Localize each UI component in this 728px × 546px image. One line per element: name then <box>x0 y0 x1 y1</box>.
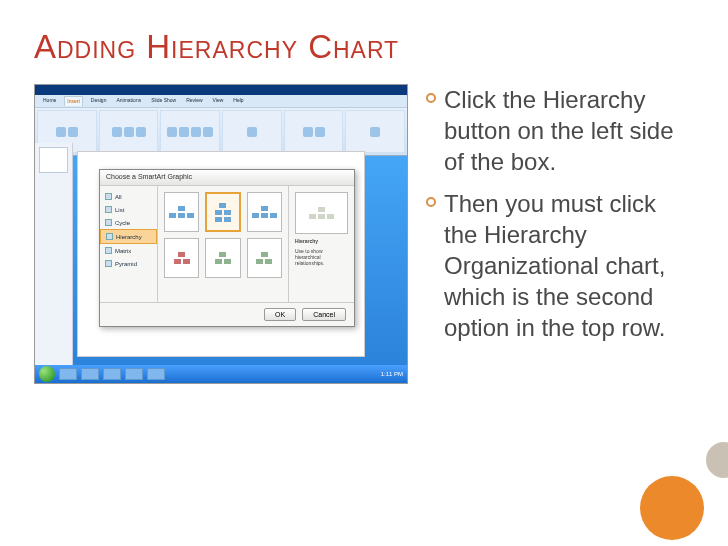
ok-button[interactable]: OK <box>264 308 296 321</box>
layout-option-3[interactable] <box>247 192 282 232</box>
bullet-item: Click the Hierarchy button on the left s… <box>426 84 694 178</box>
slide-thumbnail-pane[interactable] <box>35 143 73 365</box>
category-label: Pyramid <box>115 261 137 267</box>
ribbon-group[interactable] <box>284 110 344 153</box>
decorative-circle-small <box>706 442 728 478</box>
category-matrix[interactable]: Matrix <box>100 244 157 257</box>
embedded-screenshot: Home Insert Design Animations Slide Show… <box>34 84 408 384</box>
bullet-icon <box>426 197 436 207</box>
dialog-body: All List Cycle Hierarchy Matrix Pyramid <box>100 186 354 302</box>
ribbon-tab-view[interactable]: View <box>211 96 226 106</box>
bullet-item: Then you must click the Hierarchy Organi… <box>426 188 694 344</box>
category-all[interactable]: All <box>100 190 157 203</box>
preview-pane: Hierarchy Use to show hierarchical relat… <box>288 186 354 302</box>
ribbon-group[interactable] <box>222 110 282 153</box>
taskbar-item[interactable] <box>81 368 99 380</box>
taskbar-item[interactable] <box>59 368 77 380</box>
content-row: Home Insert Design Animations Slide Show… <box>34 84 694 384</box>
ribbon-tabs: Home Insert Design Animations Slide Show… <box>35 95 407 108</box>
category-hierarchy[interactable]: Hierarchy <box>100 229 157 244</box>
layout-option-6[interactable] <box>247 238 282 278</box>
ribbon-groups <box>35 108 407 156</box>
taskbar-item[interactable] <box>103 368 121 380</box>
layout-option-5[interactable] <box>205 238 240 278</box>
slide-title: Adding Hierarchy Chart <box>34 28 694 66</box>
category-label: Hierarchy <box>116 234 142 240</box>
dialog-title: Choose a SmartArt Graphic <box>100 170 354 186</box>
ribbon-tab-design[interactable]: Design <box>89 96 109 106</box>
category-list-item[interactable]: List <box>100 203 157 216</box>
ribbon-group[interactable] <box>345 110 405 153</box>
taskbar-item[interactable] <box>147 368 165 380</box>
preview-image <box>295 192 348 234</box>
layout-option-2-selected[interactable] <box>205 192 240 232</box>
dialog-footer: OK Cancel <box>100 302 354 326</box>
ribbon-tab-slideshow[interactable]: Slide Show <box>149 96 178 106</box>
taskbar: 1:11 PM <box>35 365 407 383</box>
bullet-text: Then you must click the Hierarchy Organi… <box>444 188 694 344</box>
slide: Adding Hierarchy Chart Home Insert Desig… <box>0 0 728 546</box>
preview-name: Hierarchy <box>295 238 348 244</box>
window-titlebar <box>35 85 407 95</box>
start-button[interactable] <box>39 366 55 382</box>
layout-grid <box>158 186 288 302</box>
ribbon-group[interactable] <box>160 110 220 153</box>
taskbar-item[interactable] <box>125 368 143 380</box>
smartart-dialog: Choose a SmartArt Graphic All List Cycle… <box>99 169 355 327</box>
slide-thumbnail[interactable] <box>39 147 68 173</box>
category-label: Cycle <box>115 220 130 226</box>
bullet-text: Click the Hierarchy button on the left s… <box>444 84 694 178</box>
category-pyramid[interactable]: Pyramid <box>100 257 157 270</box>
ribbon: Home Insert Design Animations Slide Show… <box>35 95 407 156</box>
ribbon-tab-home[interactable]: Home <box>41 96 58 106</box>
category-label: Matrix <box>115 248 131 254</box>
layout-option-4[interactable] <box>164 238 199 278</box>
bullet-list: Click the Hierarchy button on the left s… <box>426 84 694 384</box>
ribbon-tab-animations[interactable]: Animations <box>114 96 143 106</box>
cancel-button[interactable]: Cancel <box>302 308 346 321</box>
decorative-circle-large <box>640 476 704 540</box>
bullet-icon <box>426 93 436 103</box>
category-list: All List Cycle Hierarchy Matrix Pyramid <box>100 186 158 302</box>
category-label: All <box>115 194 122 200</box>
category-label: List <box>115 207 124 213</box>
ribbon-tab-help[interactable]: Help <box>231 96 245 106</box>
ribbon-tab-review[interactable]: Review <box>184 96 204 106</box>
layout-option-1[interactable] <box>164 192 199 232</box>
preview-desc: Use to show hierarchical relationships. <box>295 248 348 266</box>
ribbon-tab-insert[interactable]: Insert <box>64 96 83 106</box>
ribbon-group[interactable] <box>99 110 159 153</box>
category-cycle[interactable]: Cycle <box>100 216 157 229</box>
taskbar-clock: 1:11 PM <box>381 371 403 377</box>
